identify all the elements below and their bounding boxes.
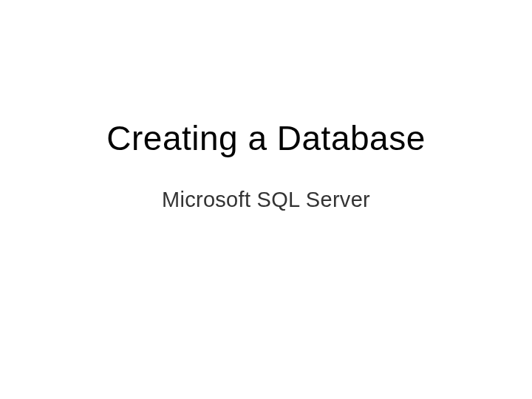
slide-subtitle: Microsoft SQL Server [162,188,370,212]
slide-title: Creating a Database [106,118,425,158]
